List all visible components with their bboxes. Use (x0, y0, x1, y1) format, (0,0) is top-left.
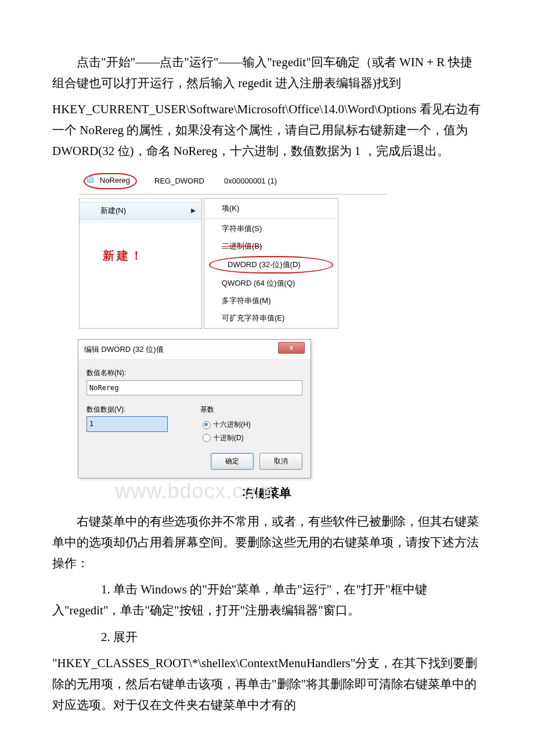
menu-item-dword-highlight[interactable]: DWORD (32-位)值(D) (209, 256, 333, 273)
menu-item-binary[interactable]: 二进制值(B) (204, 237, 338, 255)
registry-value-highlight: NoRereg (84, 173, 137, 189)
menu-item-string[interactable]: 字符串值(S) (204, 220, 338, 237)
menu-item-label: 项(K) (222, 202, 239, 215)
value-data-label: 数值数据(V): (86, 404, 189, 415)
paragraph: 点击"开始"——点击"运行"——输入"regedit"回车确定（或者 WIN +… (52, 52, 482, 93)
document-page: 点击"开始"——点击"运行"——输入"regedit"回车确定（或者 WIN +… (0, 0, 534, 756)
edit-dword-dialog: www.bdocx.com 编辑 DWORD (32 位)值 x 数值名称(N)… (78, 339, 311, 478)
registry-value-name: NoRereg (100, 176, 130, 185)
menu-item-label: 新建(N) (100, 204, 126, 217)
body-text: HKEY_CURRENT_USER\Software\Microsoft\Off… (52, 102, 481, 157)
dialog-body: 数值名称(N): NoRereg 数值数据(V): 1 基数 十六进制(H) (78, 360, 311, 447)
menu-item-new[interactable]: 新建(N) ▶ (80, 202, 201, 219)
cancel-button[interactable]: 取消 (259, 453, 302, 469)
divider (79, 194, 387, 195)
body-text: 2. 展开 (101, 630, 138, 644)
numbered-paragraph: 2. 展开 (52, 627, 482, 648)
ok-button[interactable]: 确定 (211, 453, 254, 469)
radio-label: 十六进制(H) (213, 419, 251, 430)
base-label: 基数 (200, 404, 302, 415)
body-text: "HKEY_CLASSES_ROOT\*\shellex\ContextMenu… (52, 656, 477, 711)
body-text: 点击"开始"——点击"运行"——输入"regedit"回车确定（或者 WIN +… (52, 55, 472, 90)
dialog-title: 编辑 DWORD (32 位)值 (84, 343, 164, 356)
paragraph: 右键菜单中的有些选项你并不常用，或者，有些软件已被删除，但其右键菜单中的选项却仍… (52, 512, 482, 574)
body-text: 右键菜单中的有些选项你并不常用，或者，有些软件已被删除，但其右键菜单中的选项却仍… (52, 514, 479, 570)
value-data-input[interactable]: 1 (86, 416, 168, 431)
registry-figure: NoRereg REG_DWORD 0x00000001 (1) 新建(N) ▶… (79, 171, 387, 329)
paragraph: HKEY_CURRENT_USER\Software\Microsoft\Off… (52, 99, 482, 161)
annotation-new: 新建！ (103, 246, 145, 265)
registry-value-type: REG_DWORD (154, 175, 224, 188)
menu-item-key[interactable]: 项(K) (204, 200, 338, 217)
menu-item-label: 字符串值(S) (222, 222, 262, 235)
registry-value-row: NoRereg REG_DWORD 0x00000001 (1) (79, 171, 387, 191)
menu-item-label: 多字符串值(M) (222, 294, 271, 307)
value-name-label: 数值名称(N): (86, 367, 302, 379)
radio-icon (203, 421, 211, 429)
button-label: 确定 (225, 457, 239, 465)
radio-hex[interactable]: 十六进制(H) (203, 419, 302, 430)
dialog-titlebar: 编辑 DWORD (32 位)值 x (78, 340, 311, 360)
section-heading: 右键菜单 (52, 483, 482, 504)
dialog-button-row: 确定 取消 (78, 447, 311, 477)
menu-item-label: 二进制值(B) (222, 240, 262, 253)
close-icon: x (290, 344, 293, 351)
menu-item-label: QWORD (64 位)值(Q) (222, 277, 295, 290)
context-menu-left: 新建(N) ▶ 新建！ (79, 198, 202, 329)
registry-value-data: 0x00000001 (1) (224, 175, 277, 188)
context-submenu: 项(K) 字符串值(S) 二进制值(B) DWORD (32-位)值(D) QW… (204, 198, 338, 329)
radio-icon (203, 434, 211, 442)
button-label: 取消 (274, 457, 288, 465)
menu-item-multi-string[interactable]: 多字符串值(M) (204, 292, 338, 309)
menu-item-qword[interactable]: QWORD (64 位)值(Q) (204, 275, 338, 292)
base-radio-group: 十六进制(H) 十进制(D) (200, 416, 302, 444)
radio-dec[interactable]: 十进制(D) (203, 432, 302, 444)
submenu-arrow-icon: ▶ (191, 205, 196, 216)
numbered-paragraph: 1. 单击 Windows 的"开始"菜单，单击"运行"，在"打开"框中键入"r… (52, 579, 482, 621)
menu-item-expand-string[interactable]: 可扩充字符串值(E) (204, 309, 338, 327)
menu-item-label: DWORD (32-位)值(D) (228, 258, 301, 271)
close-button[interactable]: x (278, 342, 305, 354)
radio-label: 十进制(D) (213, 432, 244, 444)
value-name-input[interactable]: NoRereg (86, 380, 302, 395)
menu-item-label: 可扩充字符串值(E) (222, 312, 284, 325)
body-text: 1. 单击 Windows 的"开始"菜单，单击"运行"，在"打开"框中键入"r… (52, 582, 427, 617)
context-menus: 新建(N) ▶ 新建！ 项(K) 字符串值(S) 二进制值(B) (79, 198, 387, 329)
paragraph: "HKEY_CLASSES_ROOT\*\shellex\ContextMenu… (52, 653, 482, 715)
menu-separator (204, 218, 338, 219)
